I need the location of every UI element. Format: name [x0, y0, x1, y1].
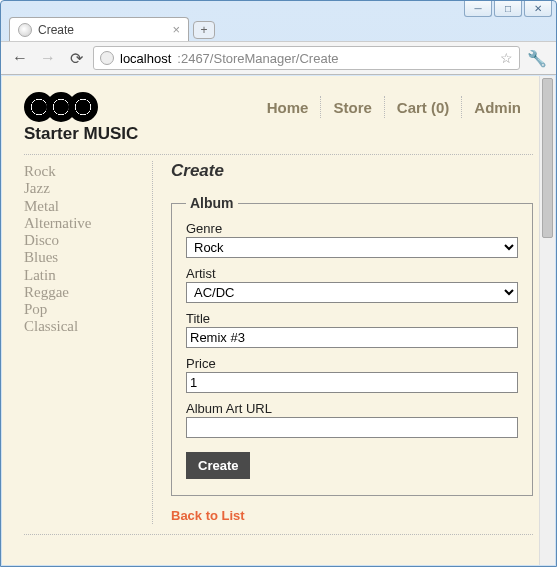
tab-title: Create	[38, 23, 74, 37]
content-row: RockJazzMetalAlternativeDiscoBluesLatinR…	[24, 161, 533, 524]
browser-window: ─ □ ✕ Create × + ← → ⟳ localhost:2467/St…	[0, 0, 557, 567]
top-nav: Home Store Cart (0) Admin	[255, 96, 533, 118]
tab-create[interactable]: Create ×	[9, 17, 189, 41]
sidebar-genre-item[interactable]: Reggae	[24, 284, 134, 301]
album-fieldset: Album Genre Rock Artist AC/DC	[171, 195, 533, 496]
nav-cart[interactable]: Cart (0)	[385, 99, 462, 116]
sidebar-genre-item[interactable]: Rock	[24, 163, 134, 180]
globe-icon	[100, 51, 114, 65]
divider	[24, 154, 533, 155]
field-genre: Genre Rock	[186, 221, 518, 258]
title-input[interactable]	[186, 327, 518, 348]
divider	[24, 534, 533, 535]
wrench-icon[interactable]: 🔧	[526, 47, 548, 69]
sidebar-genre-item[interactable]: Classical	[24, 318, 134, 335]
page-viewport: Starter MUSIC Home Store Cart (0) Admin …	[2, 76, 555, 565]
price-input[interactable]	[186, 372, 518, 393]
sidebar-genre-item[interactable]: Latin	[24, 267, 134, 284]
minimize-button[interactable]: ─	[464, 1, 492, 17]
forward-button: →	[37, 47, 59, 69]
title-label: Title	[186, 311, 518, 326]
back-to-list-link[interactable]: Back to List	[171, 508, 245, 523]
brand-name: Starter MUSIC	[24, 124, 138, 144]
sidebar-divider	[152, 161, 153, 524]
art-url-input[interactable]	[186, 417, 518, 438]
page-title: Create	[171, 161, 533, 181]
close-button[interactable]: ✕	[524, 1, 552, 17]
field-price: Price	[186, 356, 518, 393]
sidebar-genre-item[interactable]: Pop	[24, 301, 134, 318]
sidebar-genre-item[interactable]: Blues	[24, 249, 134, 266]
window-titlebar: ─ □ ✕	[1, 1, 556, 15]
address-bar[interactable]: localhost:2467/StoreManager/Create ☆	[93, 46, 520, 70]
nav-admin[interactable]: Admin	[462, 99, 533, 116]
address-host: localhost	[120, 51, 171, 66]
sidebar-genre-item[interactable]: Alternative	[24, 215, 134, 232]
browser-toolbar: ← → ⟳ localhost:2467/StoreManager/Create…	[1, 41, 556, 75]
genre-sidebar: RockJazzMetalAlternativeDiscoBluesLatinR…	[24, 161, 134, 524]
field-art-url: Album Art URL	[186, 401, 518, 438]
price-label: Price	[186, 356, 518, 371]
create-button[interactable]: Create	[186, 452, 250, 479]
fieldset-legend: Album	[186, 195, 238, 211]
logo-block: Starter MUSIC	[24, 92, 138, 144]
new-tab-button[interactable]: +	[193, 21, 215, 39]
field-title: Title	[186, 311, 518, 348]
main-column: Create Album Genre Rock Artist AC	[171, 161, 533, 524]
globe-icon	[18, 23, 32, 37]
reload-button[interactable]: ⟳	[65, 47, 87, 69]
bookmark-star-icon[interactable]: ☆	[500, 50, 513, 66]
tab-strip: Create × +	[1, 15, 556, 41]
address-rest: :2467/StoreManager/Create	[177, 51, 338, 66]
maximize-button[interactable]: □	[494, 1, 522, 17]
genre-label: Genre	[186, 221, 518, 236]
sidebar-genre-item[interactable]: Jazz	[24, 180, 134, 197]
sidebar-genre-item[interactable]: Metal	[24, 198, 134, 215]
nav-home[interactable]: Home	[255, 99, 321, 116]
sidebar-genre-item[interactable]: Disco	[24, 232, 134, 249]
page-header: Starter MUSIC Home Store Cart (0) Admin	[24, 92, 533, 144]
nav-store[interactable]: Store	[321, 99, 383, 116]
back-button[interactable]: ←	[9, 47, 31, 69]
artist-label: Artist	[186, 266, 518, 281]
art-url-label: Album Art URL	[186, 401, 518, 416]
genre-select[interactable]: Rock	[186, 237, 518, 258]
records-logo-icon	[24, 92, 138, 122]
page-body: Starter MUSIC Home Store Cart (0) Admin …	[2, 76, 555, 565]
scrollbar-thumb[interactable]	[542, 78, 553, 238]
scrollbar-track[interactable]	[539, 76, 555, 565]
field-artist: Artist AC/DC	[186, 266, 518, 303]
window-controls: ─ □ ✕	[464, 1, 552, 17]
tab-close-icon[interactable]: ×	[172, 22, 180, 37]
artist-select[interactable]: AC/DC	[186, 282, 518, 303]
